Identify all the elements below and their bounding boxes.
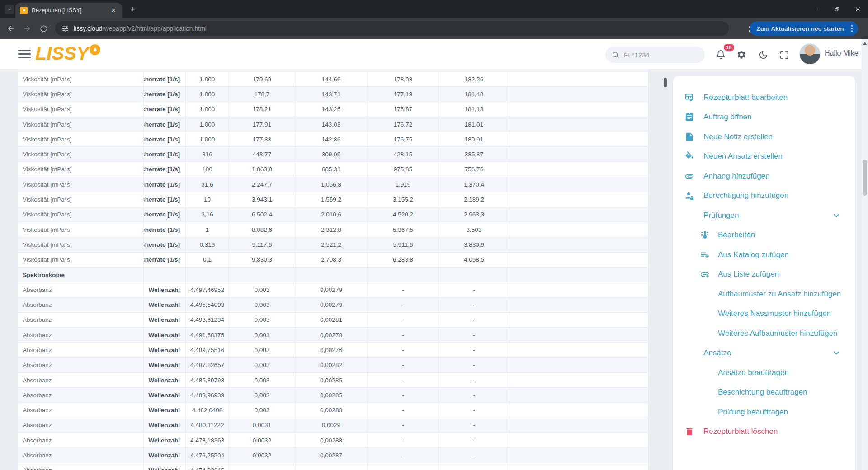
table-cell: 0,003 <box>229 403 295 418</box>
menu-item-neuen-ansatz-erstellen[interactable]: Neuen Ansatz erstellen <box>673 147 855 167</box>
menu-item-aufbaumuster-zu-ansatz-hinzufügen[interactable]: Aufbaumuster zu Ansatz hinzufügen <box>673 284 855 304</box>
table-cell: 0,003 <box>229 373 295 387</box>
table-row: Viskosität [mPa*s]Scherrate [1/s]1.00017… <box>18 132 648 147</box>
table-cell: 1.569,2 <box>295 192 368 207</box>
chevron-down-icon[interactable] <box>832 348 841 357</box>
table-cell: 0,0032 <box>229 433 295 447</box>
table-cell: Scherrate [1/s] <box>144 222 186 237</box>
tab-close-icon[interactable]: ✕ <box>109 6 118 14</box>
table-row: AbsorbanzWellenzahl4.495,540930,0030,002… <box>18 297 648 312</box>
action-menu: Rezepturblatt bearbeitenAuftrag öffnenNe… <box>673 76 855 470</box>
tab-search-button[interactable] <box>5 5 14 14</box>
menu-item-weiteres-nassmuster-hinzufügen[interactable]: Weiteres Nassmuster hinzufügen <box>673 304 855 324</box>
table-cell: 144,66 <box>295 72 368 86</box>
search-input[interactable]: FL*1234 <box>605 47 705 63</box>
window-minimize-button[interactable] <box>806 0 826 18</box>
table-cell: Wellenzahl <box>144 373 186 387</box>
close-icon <box>855 6 861 12</box>
browser-tab[interactable]: Rezepturen [LISSY] ✕ <box>15 3 122 18</box>
table-cell: 10 <box>186 192 229 207</box>
table-cell: Wellenzahl <box>144 403 186 418</box>
menu-item-ansätze[interactable]: Ansätze <box>673 343 855 363</box>
menu-item-anhang-hinzufügen[interactable]: Anhang hinzufügen <box>673 166 855 186</box>
table-row: AbsorbanzWellenzahl4.485,897980,0030,002… <box>18 373 648 388</box>
table-cell: 5.911,6 <box>368 237 439 252</box>
table-cell: Absorbanz <box>18 433 144 447</box>
kebab-menu-icon[interactable] <box>849 25 854 32</box>
menu-item-weiteres-aufbaumuster-hinzufügen[interactable]: Weiteres Aufbaumuster hinzufügen <box>673 324 855 343</box>
menu-item-label: Anhang hinzufügen <box>703 172 770 181</box>
table-cell: Wellenzahl <box>144 328 186 342</box>
table-cell: 0,00282 <box>295 358 368 372</box>
menu-item-rezepturblatt-löschen[interactable]: Rezepturblatt löschen <box>673 422 855 442</box>
table-cell: 9.117,6 <box>229 237 295 252</box>
menu-item-neue-notiz-erstellen[interactable]: Neue Notiz erstellen <box>673 127 855 147</box>
back-button[interactable] <box>4 21 18 36</box>
table-cell: 142,86 <box>295 132 368 146</box>
scrollbar-up-arrow-icon[interactable] <box>863 42 867 45</box>
table-cell: 0,003 <box>229 328 295 342</box>
table-cell <box>509 222 648 237</box>
url-bar[interactable]: lissy.cloud/webapp/v2/html/app/applicati… <box>55 21 729 36</box>
menu-item-rezepturblatt-bearbeiten[interactable]: Rezepturblatt bearbeiten <box>673 88 855 108</box>
table-cell: - <box>368 282 439 297</box>
browser-tab-strip: Rezepturen [LISSY] ✕ + <box>0 0 868 18</box>
menu-item-aus-liste-zufügen[interactable]: Aus Liste zufügen <box>673 265 855 285</box>
window-close-button[interactable] <box>847 0 868 18</box>
table-cell: Wellenzahl <box>144 343 186 357</box>
table-cell: - <box>439 328 509 342</box>
table-cell: Absorbanz <box>18 282 144 297</box>
menu-item-label: Aus Liste zufügen <box>718 270 779 279</box>
list-plus-icon <box>700 250 710 260</box>
table-cell <box>509 102 648 117</box>
table-row: Viskosität [mPa*s]Scherrate [1/s]3,166.5… <box>18 207 648 222</box>
menu-item-prüfungen[interactable]: Prüfungen <box>673 206 855 226</box>
page-scrollbar-thumb[interactable] <box>863 160 867 196</box>
new-tab-button[interactable]: + <box>127 4 138 15</box>
table-cell: 0,003 <box>229 358 295 372</box>
forward-button[interactable] <box>20 21 34 36</box>
settings-button[interactable] <box>736 49 747 60</box>
table-cell: 9.830,3 <box>229 253 295 267</box>
table-cell: Wellenzahl <box>144 297 186 312</box>
table-cell: 3,16 <box>186 207 229 222</box>
menu-item-beschichtung-beauftragen[interactable]: Beschichtung beauftragen <box>673 383 855 403</box>
menu-item-bearbeiten[interactable]: Bearbeiten <box>673 226 855 245</box>
table-row: Viskosität [mPa*s]Scherrate [1/s]0,3169.… <box>18 237 648 252</box>
page-scrollbar[interactable] <box>862 39 868 470</box>
dark-mode-toggle[interactable] <box>758 49 769 60</box>
thermometer-icon <box>700 230 710 240</box>
table-edit-icon <box>684 93 694 103</box>
lissy-logo[interactable]: LISSY <box>35 43 100 63</box>
minimize-icon <box>813 6 819 12</box>
table-cell: 1.063,8 <box>229 162 295 177</box>
reload-button[interactable] <box>36 21 51 36</box>
menu-item-prüfung-beauftragen[interactable]: Prüfung beauftragen <box>673 402 855 422</box>
table-cell <box>439 268 509 282</box>
table-cell <box>509 358 648 372</box>
table-cell: Wellenzahl <box>144 388 186 402</box>
table-cell: - <box>439 373 509 387</box>
table-cell: 177,88 <box>229 132 295 146</box>
table-cell <box>509 162 648 177</box>
content-scrollbar-thumb[interactable] <box>664 78 667 87</box>
fullscreen-button[interactable] <box>778 49 789 60</box>
restart-to-update-button[interactable]: Zum Aktualisieren neu starten <box>750 21 858 36</box>
window-restore-button[interactable] <box>826 0 847 18</box>
table-cell: 4.474,32645 <box>186 463 229 470</box>
table-row: AbsorbanzWellenzahl4.497,469520,0030,002… <box>18 282 648 297</box>
user-avatar[interactable] <box>799 43 821 65</box>
table-cell: 181,48 <box>439 87 509 101</box>
menu-item-berechtigung-hinzufügen[interactable]: Berechtigung hinzufügen <box>673 186 855 206</box>
table-row: AbsorbanzWellenzahl4.480,112220,00310,00… <box>18 418 648 433</box>
menu-item-aus-katalog-zufügen[interactable]: Aus Katalog zufügen <box>673 245 855 265</box>
chevron-down-icon[interactable] <box>832 211 841 220</box>
table-cell: 178,21 <box>229 102 295 117</box>
menu-icon[interactable] <box>18 48 31 59</box>
table-cell: Viskosität [mPa*s] <box>18 87 144 101</box>
menu-item-ansätze-beauftragen[interactable]: Ansätze beauftragen <box>673 363 855 383</box>
table-cell: Viskosität [mPa*s] <box>18 132 144 146</box>
site-info-icon[interactable] <box>61 25 69 33</box>
notifications-button[interactable] <box>715 49 726 60</box>
menu-item-auftrag-öffnen[interactable]: Auftrag öffnen <box>673 108 855 127</box>
